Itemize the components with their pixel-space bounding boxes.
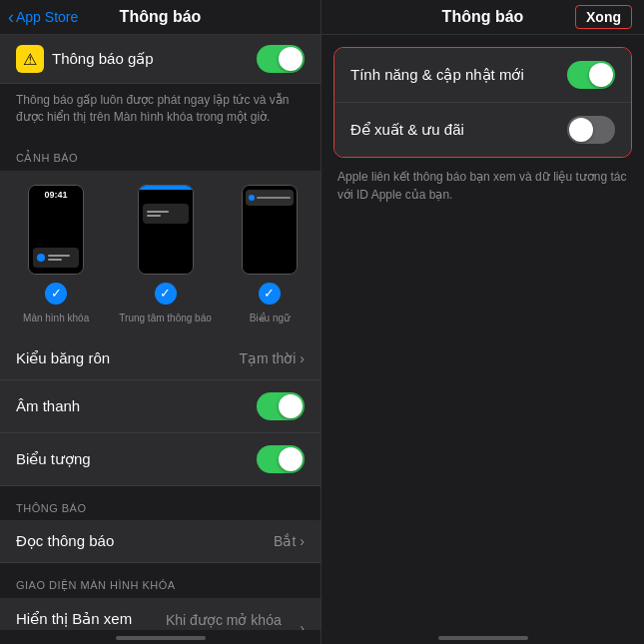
right-header: Thông báo Xong	[322, 0, 644, 35]
urgent-label: Thông báo gấp	[52, 50, 249, 68]
right-desc: Apple liên kết thông báo bạn xem và dữ l…	[322, 158, 644, 214]
hien-thi-value: Khi được mở khóa (... ›	[166, 612, 305, 630]
tinh-nang-row[interactable]: Tính năng & cập nhật mới	[334, 48, 631, 102]
urgent-row[interactable]: ⚠ Thông báo gấp	[0, 35, 321, 84]
de-xuat-toggle[interactable]	[567, 116, 615, 144]
kieu-chevron-icon: ›	[300, 350, 305, 366]
am-thanh-row[interactable]: Âm thanh	[0, 380, 321, 433]
left-header-title: Thông báo	[120, 8, 202, 26]
banner-row: 09:41 ✓ Màn hình khóa	[0, 171, 321, 337]
back-label: App Store	[16, 9, 78, 25]
phone-lock-screen: 09:41	[29, 186, 83, 274]
back-chevron-icon: ‹	[8, 8, 14, 26]
banner-lock-label: Màn hình khóa	[23, 313, 89, 323]
section-canh-bao: CẢNH BÁO	[0, 136, 321, 171]
banner-bieu-ngu-label: Biểu ngữ	[250, 313, 290, 323]
am-thanh-toggle[interactable]	[257, 392, 305, 420]
hien-thi-row[interactable]: Hiển thị Bản xem trước Khi được mở khóa …	[0, 598, 321, 630]
phone-center-screen	[139, 186, 193, 274]
kieu-bang-ron-row[interactable]: Kiểu băng rôn Tạm thời ›	[0, 337, 321, 380]
bieu-tuong-label: Biểu tượng	[16, 450, 91, 468]
de-xuat-row[interactable]: Để xuất & ưu đãi	[334, 102, 631, 157]
hien-thi-label: Hiển thị Bản xem trước	[16, 610, 166, 630]
left-home-indicator	[0, 630, 321, 644]
tinh-nang-toggle[interactable]	[567, 61, 615, 89]
lock-checkmark: ✓	[45, 283, 67, 305]
hien-thi-chevron-icon: ›	[300, 620, 305, 630]
done-button[interactable]: Xong	[575, 5, 632, 29]
phone-lock-mockup: 09:41	[28, 185, 84, 275]
doc-chevron-icon: ›	[300, 533, 305, 549]
bieu-tuong-toggle[interactable]	[257, 445, 305, 473]
center-checkmark: ✓	[155, 283, 177, 305]
section-thong-bao: THÔNG BÁO	[0, 486, 321, 520]
phone-center-mockup	[138, 185, 194, 275]
de-xuat-label: Để xuất & ưu đãi	[350, 121, 464, 139]
right-content: Tính năng & cập nhật mới Để xuất & ưu đã…	[322, 35, 644, 630]
urgent-toggle[interactable]	[257, 45, 305, 73]
left-home-bar	[116, 636, 206, 640]
right-panel: Thông báo Xong Tính năng & cập nhật mới …	[322, 0, 644, 644]
am-thanh-label: Âm thanh	[16, 397, 80, 414]
urgent-desc: Thông báo gấp luôn được phát ngay lập tứ…	[0, 84, 321, 136]
urgent-icon: ⚠	[16, 45, 44, 73]
phone-bieu-ngu-screen	[243, 186, 297, 274]
tinh-nang-label: Tính năng & cập nhật mới	[350, 66, 524, 84]
doc-thong-bao-label: Đọc thông báo	[16, 532, 114, 550]
kieu-bang-ron-label: Kiểu băng rôn	[16, 349, 110, 367]
banner-trung-tam[interactable]: ✓ Trung tâm thông báo	[119, 185, 211, 323]
section-giao-dien: GIAO DIỆN MÀN HÌNH KHÓA	[0, 563, 321, 598]
doc-thong-bao-value: Bắt ›	[274, 533, 305, 549]
bieu-tuong-row[interactable]: Biểu tượng	[0, 433, 321, 486]
banner-man-hinh-khoa[interactable]: 09:41 ✓ Màn hình khóa	[23, 185, 89, 323]
right-home-bar	[438, 636, 528, 640]
left-content: ⚠ Thông báo gấp Thông báo gấp luôn được …	[0, 35, 321, 630]
kieu-bang-ron-value: Tạm thời ›	[239, 350, 305, 366]
back-button[interactable]: ‹ App Store	[8, 8, 78, 26]
banner-center-label: Trung tâm thông báo	[119, 313, 211, 323]
right-header-title: Thông báo	[442, 8, 524, 26]
left-panel: ‹ App Store Thông báo ⚠ Thông báo gấp Th…	[0, 0, 322, 644]
right-section-main: Tính năng & cập nhật mới Để xuất & ưu đã…	[333, 47, 632, 158]
bieu-ngu-checkmark: ✓	[259, 283, 281, 305]
banner-bieu-ngu[interactable]: ✓ Biểu ngữ	[242, 185, 298, 323]
right-home-indicator	[322, 630, 644, 644]
left-header: ‹ App Store Thông báo	[0, 0, 321, 35]
phone-bieu-ngu-mockup	[242, 185, 298, 275]
doc-thong-bao-row[interactable]: Đọc thông báo Bắt ›	[0, 520, 321, 563]
